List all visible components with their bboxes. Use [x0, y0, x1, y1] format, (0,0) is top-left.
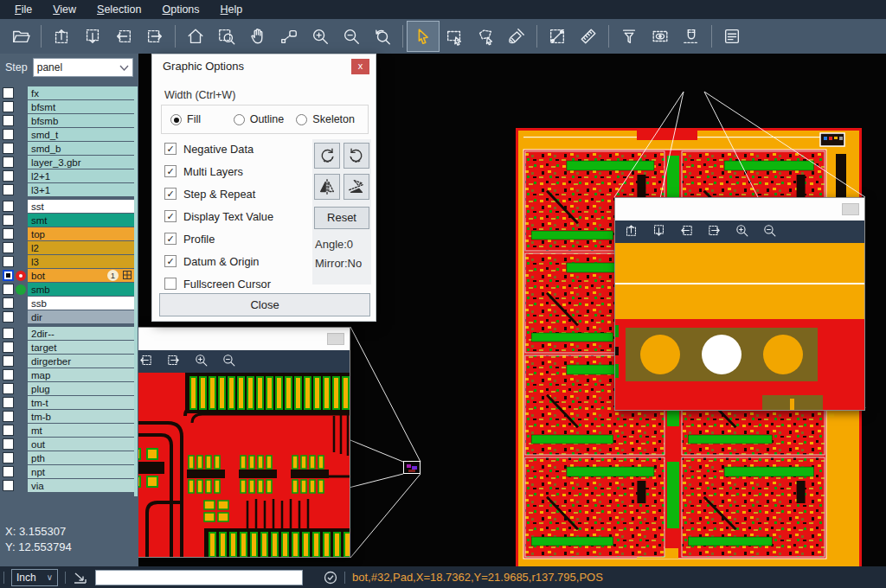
zoom-previous-button[interactable]: [367, 22, 398, 51]
flip-diag-button[interactable]: [343, 174, 369, 200]
layer-checkbox[interactable]: [3, 87, 14, 99]
layer-name[interactable]: pth: [28, 451, 134, 464]
layer-name[interactable]: plug: [28, 382, 134, 395]
pan-down-button[interactable]: [77, 22, 108, 51]
layer-checkbox[interactable]: [3, 256, 14, 267]
layer-name[interactable]: l2+1: [28, 169, 134, 182]
layer-name[interactable]: 2dir--: [28, 327, 134, 340]
option-datum-origin[interactable]: ✓Datum & Origin: [164, 250, 307, 272]
menu-view[interactable]: View: [43, 0, 86, 19]
command-input[interactable]: [95, 570, 303, 585]
menu-file[interactable]: File: [5, 0, 42, 19]
radio-skeleton[interactable]: Skeleton: [296, 113, 359, 125]
layer-name[interactable]: tm-t: [28, 396, 134, 409]
layer-name[interactable]: dir: [28, 310, 134, 323]
layer-checkbox[interactable]: [3, 355, 14, 367]
radio-icon[interactable]: [170, 114, 182, 125]
checkbox-icon[interactable]: ✓: [164, 188, 177, 200]
layer-checkbox[interactable]: [3, 311, 14, 323]
layer-checkbox[interactable]: [3, 342, 14, 353]
select-cursor-button[interactable]: [408, 22, 439, 51]
pan-left-button[interactable]: [679, 223, 694, 241]
layer-checkbox[interactable]: [3, 143, 14, 154]
layer-checkbox[interactable]: [3, 328, 14, 339]
log-panel-button[interactable]: [716, 22, 748, 51]
layer-name[interactable]: top: [28, 227, 134, 240]
zoom-out-button[interactable]: [762, 223, 777, 241]
layer-name[interactable]: npt: [28, 465, 134, 478]
layer-checkbox[interactable]: [3, 242, 14, 253]
layer-name[interactable]: smb: [28, 283, 134, 296]
layer-name[interactable]: l3+1: [28, 183, 134, 196]
layer-name[interactable]: dirgerber: [28, 355, 134, 368]
layer-name[interactable]: target: [28, 341, 134, 354]
layer-name[interactable]: ssb: [28, 297, 134, 310]
pan-right-button[interactable]: [166, 353, 181, 371]
zoom-in-button[interactable]: [194, 353, 209, 371]
checkbox-icon[interactable]: [164, 278, 177, 290]
zoom-out-button[interactable]: [222, 353, 236, 371]
radio-fill[interactable]: Fill: [170, 113, 234, 125]
option-display-text-value[interactable]: ✓Display Text Value: [164, 205, 307, 227]
open-file-button[interactable]: [5, 22, 36, 51]
layer-checkbox[interactable]: [3, 157, 14, 168]
move-shape-button[interactable]: [273, 22, 305, 51]
option-multi-layers[interactable]: ✓Multi Layers: [164, 160, 307, 182]
layer-checkbox[interactable]: [3, 129, 14, 140]
layer-name[interactable]: l3: [28, 255, 134, 268]
layer-name[interactable]: fx: [28, 86, 134, 99]
layer-name[interactable]: l2: [28, 241, 134, 254]
layer-name[interactable]: bfsmt: [28, 100, 134, 113]
rotate-cw-button[interactable]: [314, 143, 340, 169]
ruler-button[interactable]: [573, 22, 604, 51]
window-button[interactable]: [842, 203, 859, 215]
rotate-ccw-button[interactable]: [343, 143, 369, 169]
layer-name[interactable]: smt: [28, 214, 134, 227]
checkbox-icon[interactable]: ✓: [164, 210, 177, 222]
layer-checkbox[interactable]: [3, 297, 14, 309]
magnifier2-titlebar[interactable]: [615, 198, 864, 220]
layer-checkbox[interactable]: [3, 270, 14, 281]
zoom-in-button[interactable]: [735, 223, 749, 241]
select-rect-button[interactable]: [439, 22, 470, 51]
radio-icon[interactable]: [296, 114, 307, 125]
layer-checkbox[interactable]: [3, 170, 14, 182]
view-eye-button[interactable]: [645, 22, 676, 51]
layer-checkbox[interactable]: [3, 228, 14, 240]
pan-left-button[interactable]: [108, 22, 139, 51]
grid-icon[interactable]: [123, 271, 132, 281]
radio-icon[interactable]: [234, 114, 245, 125]
layer-checkbox[interactable]: [3, 466, 14, 477]
step-dropdown[interactable]: panel: [33, 58, 133, 77]
filter-button[interactable]: [613, 22, 645, 51]
layer-name[interactable]: bot1: [28, 269, 134, 282]
window-button[interactable]: [327, 333, 344, 345]
corner-snap-icon[interactable]: [73, 571, 88, 585]
reset-button[interactable]: Reset: [314, 207, 369, 229]
layer-checkbox[interactable]: [3, 438, 14, 450]
option-fullscreen-cursor[interactable]: Fullscreen Cursor: [164, 272, 307, 295]
checkbox-icon[interactable]: ✓: [164, 143, 177, 155]
layer-checkbox[interactable]: [3, 201, 14, 212]
layer-checkbox[interactable]: [3, 397, 14, 408]
layer-checkbox[interactable]: [3, 480, 14, 491]
pan-right-button[interactable]: [139, 22, 170, 51]
layer-checkbox[interactable]: [3, 411, 14, 422]
layer-name[interactable]: smd_b: [28, 142, 134, 155]
magnifier2-view[interactable]: [615, 243, 864, 410]
zoom-out-button[interactable]: [336, 22, 367, 51]
checkbox-icon[interactable]: ✓: [164, 165, 177, 177]
layer-name[interactable]: smd_t: [28, 128, 134, 141]
select-poly-button[interactable]: [470, 22, 501, 51]
pan-up-button[interactable]: [46, 22, 77, 51]
flip-h-button[interactable]: [314, 174, 340, 200]
checkbox-icon[interactable]: ✓: [164, 255, 177, 267]
pan-left-button[interactable]: [138, 353, 153, 371]
layer-checkbox[interactable]: [3, 425, 14, 436]
layer-name[interactable]: bfsmb: [28, 114, 134, 127]
layer-checkbox[interactable]: [3, 101, 14, 112]
radio-outline[interactable]: Outline: [234, 113, 297, 125]
menu-selection[interactable]: Selection: [87, 0, 151, 19]
layer-name[interactable]: tm-b: [28, 410, 134, 423]
layer-checkbox[interactable]: [3, 369, 14, 380]
